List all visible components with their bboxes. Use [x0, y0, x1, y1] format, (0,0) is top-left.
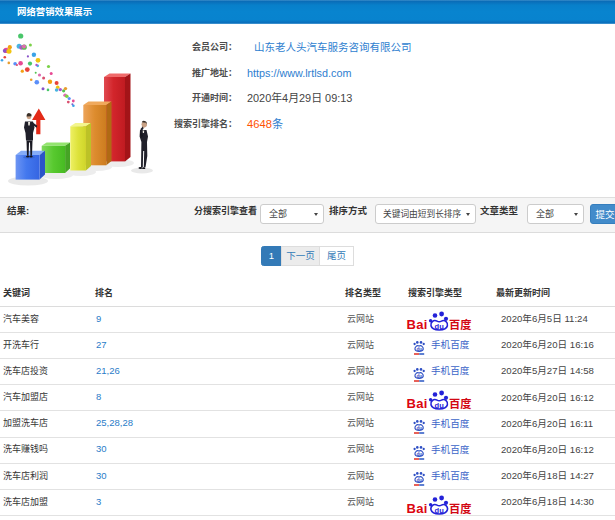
svg-text:du: du [435, 322, 445, 331]
svg-text:百度: 百度 [449, 500, 471, 515]
svg-text:du: du [435, 400, 445, 409]
svg-text:百度: 百度 [449, 316, 471, 331]
svg-text:Bai: Bai [407, 500, 428, 515]
svg-text:du: du [416, 347, 422, 352]
svg-text:du: du [416, 452, 422, 457]
svg-text:du: du [416, 478, 422, 483]
svg-text:Bai: Bai [407, 317, 428, 332]
svg-text:du: du [416, 373, 422, 378]
svg-text:du: du [416, 426, 422, 431]
svg-text:百度: 百度 [449, 395, 471, 410]
svg-text:du: du [435, 505, 445, 514]
svg-text:Bai: Bai [407, 395, 428, 410]
